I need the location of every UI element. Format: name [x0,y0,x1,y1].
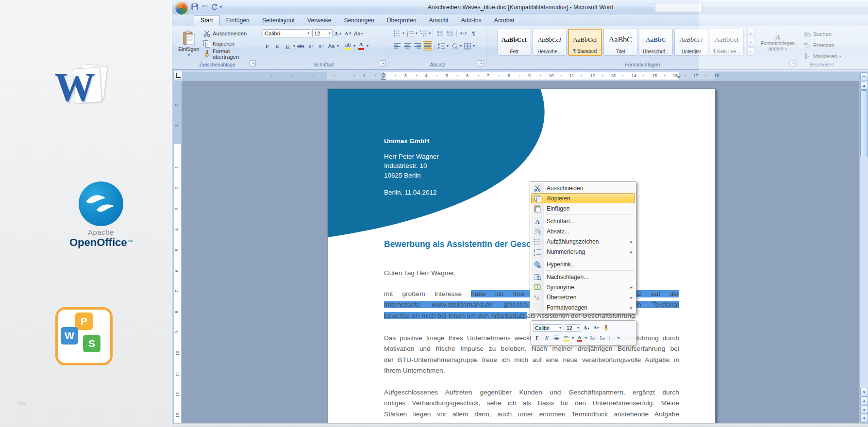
strikethrough-button[interactable]: abc [296,41,305,50]
pilcrow-button[interactable]: ¶ [469,29,478,38]
mini-outdent-button[interactable] [588,334,597,342]
change-case-dropdown-icon[interactable]: ▾ [337,44,339,48]
text-line[interactable]: systematisch und rationell zu bewältigen… [384,420,679,423]
style-hervorhe[interactable]: AaBbCcIHervorhe... [533,29,567,56]
tab-add-ins[interactable]: Add-Ins [455,16,488,26]
editing-ersetzen[interactable]: abErsetzen [801,40,843,50]
mini-highlight-button[interactable]: ab [562,334,570,342]
text-line[interactable]: Aufgeschlossenes Auftreten gegenüber Kun… [384,387,679,398]
selected-text[interactable]: bewerbe ich mich bei Ihnen um den Arbeit… [384,312,527,319]
indent-button[interactable] [445,29,454,38]
gallery-more-icon[interactable]: ⌄ [747,47,754,56]
outdent-button[interactable] [435,29,444,38]
tab-ansicht[interactable]: Ansicht [423,16,455,26]
justify-button[interactable] [423,41,432,50]
redo-icon[interactable] [210,3,218,11]
clipboard-dialog-launcher[interactable]: ↘ [250,60,256,66]
menu-item-schriftart[interactable]: ASchriftart... [531,216,635,226]
multilevel-list-button[interactable] [418,29,428,38]
next-page-button[interactable]: ▼ [860,414,868,423]
menu-item-absatz[interactable]: ¶Absatz... [531,226,635,236]
desktop-icon-word[interactable]: W [54,62,111,120]
italic-button[interactable]: K [273,41,282,50]
mini-font-size-combo[interactable]: 12▾ [565,324,581,332]
change-case-button[interactable]: Aa [327,41,336,50]
style-titel[interactable]: AaBbCTitel [603,29,637,56]
tab-seitenlayout[interactable]: Seitenlayout [256,16,301,26]
scroll-down-button[interactable]: ▼ [860,388,868,396]
editing-suchen[interactable]: Suchen [801,29,843,39]
align-left-button[interactable] [392,41,401,50]
menu-item-kopieren[interactable]: Kopieren [531,193,635,203]
format-painter-button[interactable]: Format übertragen [201,49,258,59]
paragraph-3[interactable]: Aufgeschlossenes Auftreten gegenüber Kun… [384,387,679,423]
horizontal-ruler[interactable]: 123456789101112131415161718 [182,72,860,80]
menu-item-aufzählungszeichen[interactable]: Aufzählungszeichen▸ [531,236,635,246]
tab-sendungen[interactable]: Sendungen [337,16,380,26]
shrink-font-button[interactable]: A▼ [344,29,353,38]
undo-icon[interactable] [200,3,208,11]
font-color-dropdown-icon[interactable]: ▾ [367,44,368,48]
menu-item-einfügen[interactable]: Einfügen [531,203,635,214]
desktop-icon-wps[interactable]: P W S [55,307,113,365]
office-orb[interactable] [174,1,189,16]
styles-dialog-launcher[interactable]: ↘ [789,60,796,66]
mini-font-color-button[interactable]: A [575,334,584,342]
menu-item-übersetzen[interactable]: abÜbersetzen▸ [531,292,635,302]
vertical-ruler[interactable]: 2112345678910111213 [173,81,182,423]
mini-bullets-button[interactable] [608,334,616,342]
mini-shrink-font-button[interactable]: A▼ [592,324,601,332]
underline-button[interactable]: U [283,41,292,50]
menu-item-hyperlink[interactable]: Hyperlink... [531,259,635,269]
tab-start[interactable]: Start [194,15,220,26]
numbering-button[interactable]: 123 [405,29,415,38]
menu-item-synonyme[interactable]: Synonyme▸ [531,282,635,292]
text-line[interactable]: Ihrem Unternehmen. [384,365,679,376]
paste-button[interactable]: Einfügen▾ [179,28,199,60]
line-spacing-button[interactable] [436,41,446,50]
mini-indent-button[interactable] [598,334,606,342]
borders-button[interactable] [463,41,472,50]
desktop-icon-openoffice[interactable]: Apache OpenOfficeTM [62,181,140,247]
select-browse-object-button[interactable]: ● [860,405,868,414]
document-page[interactable]: Unimax GmbH Herr Peter WagnerIndustriest… [327,88,716,423]
scroll-up-icon[interactable]: ▲ [747,29,754,37]
copy-button[interactable]: Kopieren [201,39,258,49]
cut-button[interactable]: Ausschneiden [201,29,258,38]
mini-center-button[interactable] [552,334,561,342]
align-right-button[interactable] [413,41,422,50]
scroll-up-button[interactable]: ▲ [860,81,868,90]
left-indent-marker[interactable] [381,79,386,80]
style-fett[interactable]: AaBbCcIFett [497,29,531,56]
style-überschrif[interactable]: AaBbCÜberschrif... [639,29,673,56]
underline-dropdown-icon[interactable]: ▾ [293,44,295,48]
tab-verweise[interactable]: Verweise [301,16,337,26]
vertical-scrollbar[interactable]: ▭ ▲ ▼ ▲ ● ▼ [859,72,868,423]
shading-button[interactable] [450,41,459,50]
style-kein-lee[interactable]: AaBbCcI¶ Kein Lee... [710,29,744,56]
font-color-button[interactable]: A [356,41,366,50]
menu-item-ausschneiden[interactable]: Ausschneiden [531,183,635,193]
previous-page-button[interactable]: ▲ [860,396,868,405]
grow-font-button[interactable]: A▲ [334,29,343,38]
unselected-text[interactable]: mit großem Interesse [384,290,471,297]
sort-button[interactable]: A↓Z [459,29,468,38]
tab-einfügen[interactable]: Einfügen [220,16,256,26]
subscript-button[interactable]: x2 [306,41,316,50]
highlight-button[interactable]: ab [343,41,352,50]
tab-überprüfen[interactable]: Überprüfen [381,16,423,26]
mini-bold-button[interactable]: F [533,334,541,342]
ruler-toggle-button[interactable]: ▭ [860,72,868,81]
font-dialog-launcher[interactable]: ↘ [380,60,386,66]
style-standard[interactable]: AaBbCcI¶ Standard [568,29,602,56]
align-center-button[interactable] [402,41,412,50]
scrollbar-thumb[interactable] [860,90,868,157]
editing-markieren[interactable]: Markieren▾ [801,51,843,61]
qat-dropdown-icon[interactable]: ▾ [220,5,222,9]
tab-acrobat[interactable]: Acrobat [488,16,521,26]
paragraph-dialog-launcher[interactable]: ↘ [478,60,484,66]
save-icon[interactable] [191,3,199,11]
bold-button[interactable]: F [263,41,272,50]
highlight-dropdown-icon[interactable]: ▾ [353,44,355,48]
text-line[interactable]: der BTU-Unternehmensgruppe freue ich mic… [384,355,679,365]
